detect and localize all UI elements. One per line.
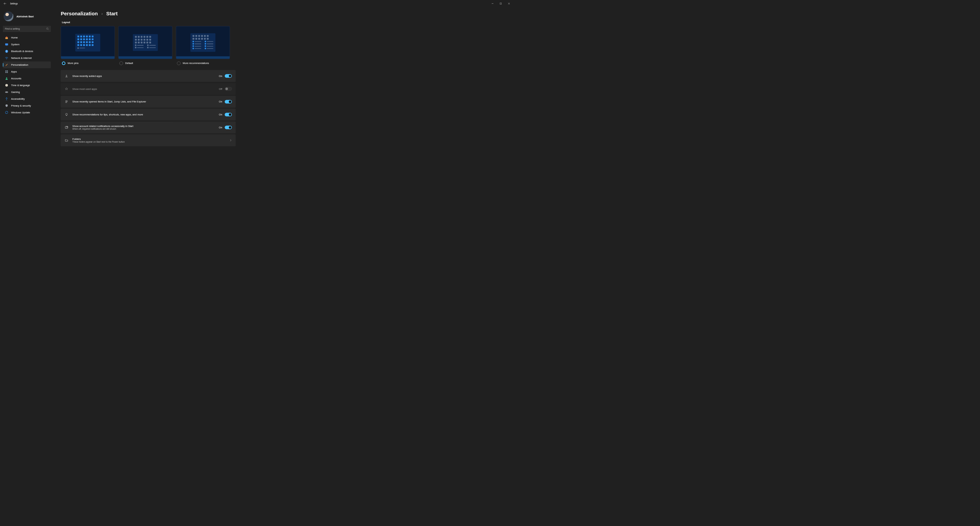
layout-card-more-pins[interactable]: More pins — [60, 26, 115, 65]
search-input[interactable] — [5, 27, 46, 30]
section-label: Layout — [62, 21, 508, 24]
layout-preview — [176, 26, 230, 59]
nav-item-accessibility[interactable]: Accessibility — [3, 95, 51, 102]
nav-label: Accessibility — [11, 97, 25, 100]
nav-item-system[interactable]: System — [3, 41, 51, 48]
star-icon — [65, 87, 69, 91]
radio-selected-icon — [62, 62, 66, 65]
breadcrumb-parent[interactable]: Personalization — [60, 11, 98, 16]
breadcrumb: Personalization › Start — [60, 11, 507, 16]
toggle-switch[interactable] — [225, 113, 232, 116]
svg-point-5 — [6, 59, 7, 59]
setting-recent-items[interactable]: Show recently opened items in Start, Jum… — [60, 96, 235, 108]
svg-point-14 — [7, 92, 8, 92]
toggle-switch[interactable] — [225, 100, 232, 103]
layout-option-label: More pins — [67, 62, 78, 65]
nav-label: Time & language — [11, 84, 30, 86]
svg-rect-3 — [6, 46, 7, 46]
toggle-label: On — [219, 113, 222, 116]
nav-item-personalization[interactable]: Personalization — [3, 62, 51, 68]
nav-item-privacy[interactable]: Privacy & security — [3, 102, 51, 109]
nav-item-time[interactable]: Time & language — [3, 82, 51, 89]
back-button[interactable] — [2, 0, 8, 7]
svg-rect-2 — [5, 44, 8, 46]
radio-unselected-icon — [177, 62, 181, 65]
minimize-icon — [492, 3, 493, 5]
setting-folders[interactable]: Folders These folders appear on Start ne… — [60, 135, 235, 146]
user-block[interactable]: Abhishek Baxi — [0, 9, 54, 25]
nav-item-update[interactable]: Windows Update — [3, 109, 51, 116]
nav-item-apps[interactable]: Apps — [3, 68, 51, 75]
download-icon — [65, 74, 69, 78]
layout-preview — [60, 26, 115, 59]
shield-icon — [5, 104, 8, 107]
toggle-label: On — [219, 75, 222, 77]
sidebar: Abhishek Baxi Home System Bluetooth & de… — [0, 7, 54, 276]
svg-point-10 — [6, 77, 7, 78]
svg-point-1 — [47, 28, 48, 30]
nav-label: Bluetooth & devices — [11, 50, 33, 52]
setting-recommendations[interactable]: Show recommendations for tips, shortcuts… — [60, 109, 235, 121]
svg-rect-0 — [500, 3, 501, 5]
home-icon — [5, 36, 8, 39]
layout-option-label: Default — [125, 62, 133, 65]
layout-radio[interactable]: More recommendations — [176, 62, 230, 65]
svg-point-16 — [5, 111, 8, 114]
close-button[interactable] — [505, 1, 513, 6]
lightbulb-icon — [65, 113, 69, 117]
settings-list: Show recently added apps On Show most us… — [60, 70, 235, 146]
nav-label: Gaming — [11, 91, 20, 93]
toggle-switch[interactable] — [225, 74, 232, 78]
svg-point-13 — [6, 92, 6, 92]
layout-card-more-recs[interactable]: More recommendations — [176, 26, 230, 65]
titlebar: Settings — [0, 0, 514, 7]
update-icon — [5, 111, 8, 114]
svg-rect-7 — [7, 70, 8, 72]
search-icon — [46, 28, 49, 30]
user-name: Abhishek Baxi — [16, 15, 34, 18]
layout-option-label: More recommendations — [183, 62, 209, 65]
nav-label: Network & internet — [11, 57, 32, 59]
setting-subtitle: When off, required notifications are sti… — [73, 128, 215, 130]
setting-title: Show recently opened items in Start, Jum… — [73, 100, 215, 103]
nav-item-home[interactable]: Home — [3, 34, 51, 41]
minimize-button[interactable] — [488, 1, 496, 6]
clock-icon — [5, 84, 8, 87]
setting-title: Show recently added apps — [73, 75, 215, 77]
nav-label: Home — [11, 37, 18, 39]
layout-card-default[interactable]: Default — [118, 26, 173, 65]
maximize-button[interactable] — [496, 1, 504, 6]
layout-radio[interactable]: More pins — [60, 62, 115, 65]
nav-list: Home System Bluetooth & devices Network … — [0, 34, 54, 116]
close-icon — [508, 3, 510, 5]
setting-account-notifications[interactable]: Show account related notifications occas… — [60, 122, 235, 133]
system-icon — [5, 43, 8, 46]
nav-label: Personalization — [11, 63, 28, 66]
apps-icon — [5, 70, 8, 73]
toggle-switch[interactable] — [225, 126, 232, 129]
main-content: Personalization › Start Layout — [54, 7, 514, 276]
search-box[interactable] — [3, 26, 51, 32]
svg-rect-9 — [7, 72, 8, 73]
setting-title: Show recommendations for tips, shortcuts… — [73, 113, 215, 116]
nav-item-bluetooth[interactable]: Bluetooth & devices — [3, 48, 51, 55]
chevron-right-icon — [229, 139, 232, 141]
window-icon — [65, 126, 69, 130]
avatar — [4, 11, 14, 21]
bluetooth-icon — [5, 50, 8, 53]
folder-icon — [65, 138, 69, 142]
setting-title: Folders — [73, 138, 226, 140]
toggle-label: On — [219, 100, 222, 103]
list-icon — [65, 100, 69, 104]
gamepad-icon — [5, 91, 8, 94]
setting-recently-added[interactable]: Show recently added apps On — [60, 70, 235, 82]
svg-rect-12 — [5, 92, 8, 93]
radio-unselected-icon — [119, 62, 123, 65]
toggle-label: Off — [219, 87, 222, 90]
nav-label: System — [11, 43, 20, 46]
nav-label: Accounts — [11, 77, 21, 79]
nav-item-gaming[interactable]: Gaming — [3, 89, 51, 95]
nav-item-network[interactable]: Network & internet — [3, 55, 51, 62]
nav-item-accounts[interactable]: Accounts — [3, 75, 51, 82]
layout-radio[interactable]: Default — [118, 62, 173, 65]
